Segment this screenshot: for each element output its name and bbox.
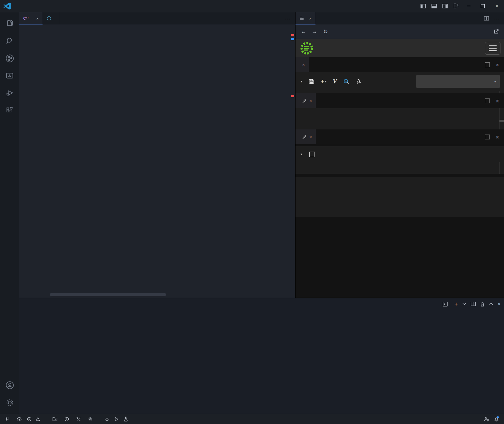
toggle-panel-icon[interactable]: [429, 0, 440, 12]
status-bar: [0, 414, 504, 424]
hamburger-menu-icon[interactable]: [485, 42, 500, 55]
launch-button[interactable]: [112, 414, 121, 424]
open-external-icon[interactable]: [491, 27, 501, 36]
list-icon: [299, 16, 304, 20]
sync-status[interactable]: [14, 414, 24, 424]
font-size-icon[interactable]: ▾: [300, 153, 302, 156]
terminal[interactable]: [26, 312, 501, 412]
account-icon[interactable]: [2, 377, 17, 393]
terminal-select[interactable]: [443, 302, 450, 306]
close-panel-icon[interactable]: ×: [498, 301, 501, 307]
close-window-button[interactable]: ×: [490, 0, 504, 12]
tools-icon: [76, 417, 81, 421]
output-pane-tab[interactable]: ×: [296, 129, 316, 144]
compiler-explorer-header: [296, 39, 504, 58]
build-button[interactable]: [85, 414, 97, 424]
source-toolbar: ▾ +▾ V ▾: [296, 72, 504, 91]
font-size-icon[interactable]: ▾: [300, 80, 302, 83]
kill-terminal-icon[interactable]: [480, 302, 485, 306]
output-toolbar: ▾: [296, 144, 504, 162]
clangd-status[interactable]: [45, 414, 50, 424]
cmake-icon[interactable]: [2, 68, 17, 84]
customize-layout-icon[interactable]: [451, 0, 461, 12]
build-target[interactable]: [97, 414, 102, 424]
maximize-pane-icon[interactable]: [485, 135, 490, 139]
source-pane-header: × ×: [296, 57, 504, 72]
branch-status[interactable]: [3, 414, 14, 424]
bug-icon: [105, 417, 109, 421]
editor-actions-more-icon[interactable]: ···: [280, 16, 295, 21]
overview-ruler: [290, 33, 295, 298]
toggle-secondary-sidebar-icon[interactable]: [440, 0, 451, 12]
edit-title-icon[interactable]: [302, 135, 306, 139]
notifications-bell-icon[interactable]: [491, 417, 501, 422]
close-pane-icon[interactable]: ×: [309, 99, 312, 103]
folder-status[interactable]: [50, 414, 62, 424]
godbolt-scroll-slider[interactable]: [499, 120, 504, 122]
info-icon: [64, 417, 69, 421]
publish-cloud-icon: [17, 417, 22, 421]
reload-icon[interactable]: ↻: [321, 27, 330, 36]
run-debug-icon[interactable]: [2, 85, 17, 101]
close-pane-icon[interactable]: ×: [496, 62, 499, 68]
tab-readme-md[interactable]: [43, 12, 60, 24]
forward-icon[interactable]: →: [310, 27, 319, 36]
tab-json-hpp[interactable]: C⁺⁺ ×: [19, 12, 43, 24]
ctest-button[interactable]: [121, 414, 132, 424]
minimap[interactable]: [267, 33, 295, 298]
wrap-lines-checkbox[interactable]: [309, 152, 317, 157]
toggle-sidebar-icon[interactable]: [418, 0, 429, 12]
add-new-icon[interactable]: +▾: [321, 78, 326, 85]
breadcrumb[interactable]: [19, 24, 295, 33]
info-file-icon: [47, 16, 51, 21]
explorer-icon[interactable]: [2, 15, 17, 32]
feedback-icon[interactable]: [481, 417, 491, 421]
close-tab-icon[interactable]: ×: [36, 16, 39, 21]
compiler-output[interactable]: [296, 177, 504, 217]
split-terminal-icon[interactable]: [471, 302, 476, 306]
close-pane-icon[interactable]: ×: [496, 98, 499, 104]
new-terminal-icon[interactable]: +: [454, 301, 458, 307]
tab-simple-browser[interactable]: ×: [296, 12, 316, 24]
code-editor[interactable]: [19, 33, 295, 298]
terminal-dropdown-icon[interactable]: [462, 303, 466, 305]
maximize-button[interactable]: [476, 0, 490, 12]
source-pane-tab[interactable]: ×: [296, 57, 309, 72]
folder-icon: [53, 417, 57, 421]
debug-button[interactable]: [102, 414, 112, 424]
cmake-status[interactable]: [62, 414, 73, 424]
problems-status[interactable]: [24, 414, 45, 424]
back-icon[interactable]: ←: [299, 27, 308, 36]
edit-title-icon[interactable]: [302, 99, 306, 103]
save-icon[interactable]: [309, 79, 314, 84]
search-zoom-icon[interactable]: [343, 79, 349, 85]
kit-status[interactable]: [73, 414, 85, 424]
gear-icon: [88, 417, 92, 421]
minimize-button[interactable]: [461, 0, 476, 12]
split-editor-icon[interactable]: [484, 16, 489, 21]
maximize-panel-icon[interactable]: [489, 303, 493, 305]
extensions-icon[interactable]: [2, 102, 17, 118]
close-pane-icon[interactable]: ×: [302, 62, 305, 67]
checkbox-icon[interactable]: [309, 152, 315, 157]
more-actions-icon[interactable]: ···: [494, 16, 500, 21]
pin-icon[interactable]: [356, 79, 361, 84]
compiler-pane-tab[interactable]: ×: [296, 93, 316, 108]
warnings-icon: [35, 417, 40, 421]
vim-mode-icon[interactable]: V: [333, 78, 337, 85]
maximize-pane-icon[interactable]: [485, 62, 490, 67]
flask-icon: [124, 417, 128, 421]
error-marker: [291, 34, 294, 36]
maximize-pane-icon[interactable]: [485, 99, 490, 103]
search-icon[interactable]: [2, 33, 17, 49]
compiler-pane-header: × ×: [296, 93, 504, 108]
settings-gear-icon[interactable]: [2, 394, 17, 410]
activity-bar: [0, 12, 19, 414]
close-pane-icon[interactable]: ×: [496, 134, 499, 140]
close-tab-icon[interactable]: ×: [309, 16, 312, 21]
close-pane-icon[interactable]: ×: [309, 135, 312, 139]
source-control-icon[interactable]: [2, 50, 17, 66]
horizontal-scrollbar[interactable]: [50, 293, 166, 296]
language-select[interactable]: ▾: [416, 75, 500, 88]
git-branch-icon: [5, 417, 10, 421]
